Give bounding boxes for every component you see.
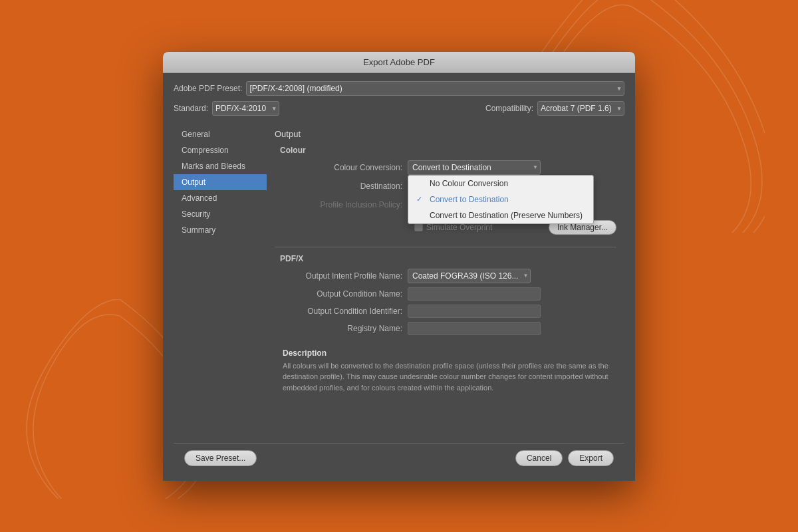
destination-label: Destination: xyxy=(275,182,408,191)
sidebar-item-general[interactable]: General xyxy=(174,126,267,142)
description-text: All colours will be converted to the des… xyxy=(283,360,608,394)
simulate-overprint-label: Simulate Overprint xyxy=(426,223,492,232)
dialog-title: Export Adobe PDF xyxy=(363,57,435,67)
registry-name-row: Registry Name: xyxy=(275,322,616,335)
output-condition-id-label: Output Condition Identifier: xyxy=(275,307,408,316)
dropdown-item-convert-preserve[interactable]: Convert to Destination (Preserve Numbers… xyxy=(408,207,593,223)
output-condition-name-label: Output Condition Name: xyxy=(275,289,408,299)
output-condition-name-row: Output Condition Name: xyxy=(275,287,616,301)
colour-title: Colour xyxy=(280,146,616,155)
preset-select-wrapper: [PDF/X-4:2008] (modified) ▼ xyxy=(246,81,624,96)
export-pdf-dialog: Export Adobe PDF Adobe PDF Preset: [PDF/… xyxy=(163,52,635,481)
dropdown-item-no-conversion[interactable]: No Colour Conversion xyxy=(408,176,593,192)
main-content: General Compression Marks and Bleeds Out… xyxy=(174,124,624,443)
pdfx-section: PDF/X Output Intent Profile Name: Coated… xyxy=(275,254,616,335)
sidebar-item-summary[interactable]: Summary xyxy=(174,222,267,238)
sidebar-item-marks-and-bleeds[interactable]: Marks and Bleeds xyxy=(174,158,267,174)
preset-row: Adobe PDF Preset: [PDF/X-4:2008] (modifi… xyxy=(174,81,624,96)
standard-label: Standard: xyxy=(174,104,208,113)
cancel-button[interactable]: Cancel xyxy=(515,450,563,466)
right-buttons: Cancel Export xyxy=(515,450,614,466)
colour-section: Colour Colour Conversion: Convert to Des… xyxy=(275,146,616,239)
colour-conversion-label: Colour Conversion: xyxy=(275,163,408,172)
output-intent-row: Output Intent Profile Name: Coated FOGRA… xyxy=(275,269,616,283)
colour-conversion-dropdown: No Colour Conversion ✓ Convert to Destin… xyxy=(408,175,594,224)
sidebar-item-advanced[interactable]: Advanced xyxy=(174,190,267,206)
output-condition-id-input[interactable] xyxy=(408,305,541,318)
dialog-body: Adobe PDF Preset: [PDF/X-4:2008] (modifi… xyxy=(163,73,635,481)
sidebar-item-security[interactable]: Security xyxy=(174,206,267,222)
sidebar: General Compression Marks and Bleeds Out… xyxy=(174,124,267,443)
export-button[interactable]: Export xyxy=(568,450,614,466)
registry-name-label: Registry Name: xyxy=(275,324,408,333)
colour-conversion-wrapper: Convert to Destination ▼ No Colour Conve… xyxy=(408,160,541,175)
pdfx-title: PDF/X xyxy=(280,254,616,263)
compatibility-label: Compatibility: xyxy=(485,104,533,113)
section-divider xyxy=(275,247,616,247)
standard-group: Standard: PDF/X-4:2010 ▼ xyxy=(174,101,279,116)
compatibility-group: Compatibility: Acrobat 7 (PDF 1.6) ▼ xyxy=(485,101,624,116)
registry-name-input[interactable] xyxy=(408,322,541,335)
output-intent-wrapper: Coated FOGRA39 (ISO 126... ▼ xyxy=(408,269,531,283)
standard-compat-row: Standard: PDF/X-4:2010 ▼ Compatibility: … xyxy=(174,101,624,116)
preset-select[interactable]: [PDF/X-4:2008] (modified) xyxy=(246,81,624,96)
compatibility-select-wrapper: Acrobat 7 (PDF 1.6) ▼ xyxy=(537,101,624,116)
colour-conversion-display[interactable]: Convert to Destination xyxy=(408,160,541,175)
output-condition-id-row: Output Condition Identifier: xyxy=(275,305,616,318)
simulate-overprint-checkbox[interactable] xyxy=(414,223,423,231)
content-panel: Output Colour Colour Conversion: Convert… xyxy=(267,124,624,443)
profile-label: Profile Inclusion Policy: xyxy=(275,200,408,209)
colour-conversion-row: Colour Conversion: Convert to Destinatio… xyxy=(275,160,616,175)
output-condition-name-input[interactable] xyxy=(408,287,541,301)
description-title: Description xyxy=(283,348,608,358)
sidebar-item-output[interactable]: Output xyxy=(174,174,267,190)
output-intent-display[interactable]: Coated FOGRA39 (ISO 126... xyxy=(408,269,531,283)
dropdown-item-convert-to-destination[interactable]: ✓ Convert to Destination xyxy=(408,192,593,207)
sidebar-item-compression[interactable]: Compression xyxy=(174,142,267,158)
save-preset-button[interactable]: Save Preset... xyxy=(184,450,257,466)
output-intent-control: Coated FOGRA39 (ISO 126... ▼ xyxy=(408,269,616,283)
output-intent-label: Output Intent Profile Name: xyxy=(275,271,408,281)
bottom-bar: Save Preset... Cancel Export xyxy=(174,443,624,473)
preset-label: Adobe PDF Preset: xyxy=(174,84,242,93)
compatibility-select[interactable]: Acrobat 7 (PDF 1.6) xyxy=(537,101,624,116)
standard-select[interactable]: PDF/X-4:2010 xyxy=(212,101,279,116)
simulate-checkbox-group: Simulate Overprint xyxy=(275,223,492,232)
standard-select-wrapper: PDF/X-4:2010 ▼ xyxy=(212,101,279,116)
section-title: Output xyxy=(275,129,616,139)
description-box: Description All colours will be converte… xyxy=(275,343,616,399)
dialog-titlebar: Export Adobe PDF xyxy=(163,52,635,73)
